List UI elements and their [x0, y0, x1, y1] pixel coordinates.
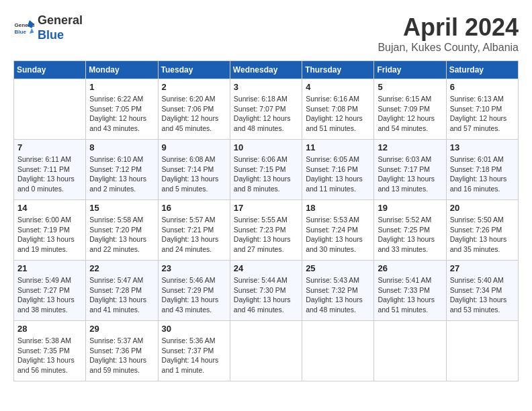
day-number: 4 — [306, 82, 370, 92]
day-number: 19 — [378, 203, 442, 213]
day-number: 16 — [162, 203, 226, 213]
day-number: 12 — [378, 142, 442, 152]
calendar-cell — [14, 79, 86, 140]
calendar-cell: 14Sunrise: 6:00 AM Sunset: 7:19 PM Dayli… — [14, 200, 86, 261]
day-number: 23 — [162, 263, 226, 273]
day-info: Sunrise: 5:55 AM Sunset: 7:23 PM Dayligh… — [234, 215, 298, 255]
calendar-cell: 19Sunrise: 5:52 AM Sunset: 7:25 PM Dayli… — [374, 200, 446, 261]
calendar-cell: 17Sunrise: 5:55 AM Sunset: 7:23 PM Dayli… — [230, 200, 302, 261]
day-info: Sunrise: 6:00 AM Sunset: 7:19 PM Dayligh… — [17, 215, 82, 255]
day-number: 2 — [162, 82, 226, 92]
day-number: 13 — [450, 142, 515, 152]
day-number: 30 — [162, 324, 226, 334]
calendar-title: April 2024 — [378, 13, 519, 42]
day-info: Sunrise: 6:22 AM Sunset: 7:05 PM Dayligh… — [89, 94, 154, 134]
calendar-cell: 29Sunrise: 5:37 AM Sunset: 7:36 PM Dayli… — [86, 321, 158, 381]
page-header: General Blue General Blue April 2024 Buj… — [13, 13, 519, 54]
day-number: 20 — [450, 203, 515, 213]
week-row-4: 21Sunrise: 5:49 AM Sunset: 7:27 PM Dayli… — [14, 261, 519, 321]
calendar-cell: 23Sunrise: 5:46 AM Sunset: 7:29 PM Dayli… — [158, 261, 230, 321]
calendar-cell: 28Sunrise: 5:38 AM Sunset: 7:35 PM Dayli… — [14, 321, 86, 381]
calendar-cell: 6Sunrise: 6:13 AM Sunset: 7:10 PM Daylig… — [446, 79, 518, 140]
day-info: Sunrise: 5:57 AM Sunset: 7:21 PM Dayligh… — [162, 215, 226, 255]
calendar-cell — [446, 321, 518, 381]
calendar-cell: 11Sunrise: 6:05 AM Sunset: 7:16 PM Dayli… — [302, 140, 374, 200]
calendar-cell: 13Sunrise: 6:01 AM Sunset: 7:18 PM Dayli… — [446, 140, 518, 200]
day-number: 6 — [450, 82, 515, 92]
calendar-cell: 18Sunrise: 5:53 AM Sunset: 7:24 PM Dayli… — [302, 200, 374, 261]
week-row-1: 1Sunrise: 6:22 AM Sunset: 7:05 PM Daylig… — [14, 79, 519, 140]
day-header-sunday: Sunday — [14, 61, 86, 79]
day-info: Sunrise: 5:44 AM Sunset: 7:30 PM Dayligh… — [234, 275, 298, 315]
calendar-cell: 22Sunrise: 5:47 AM Sunset: 7:28 PM Dayli… — [86, 261, 158, 321]
calendar-cell: 21Sunrise: 5:49 AM Sunset: 7:27 PM Dayli… — [14, 261, 86, 321]
day-info: Sunrise: 5:36 AM Sunset: 7:37 PM Dayligh… — [162, 336, 226, 375]
day-number: 10 — [234, 142, 298, 152]
day-info: Sunrise: 6:13 AM Sunset: 7:10 PM Dayligh… — [450, 94, 515, 134]
day-header-thursday: Thursday — [302, 61, 374, 79]
day-header-friday: Friday — [374, 61, 446, 79]
day-header-wednesday: Wednesday — [230, 61, 302, 79]
calendar-cell: 2Sunrise: 6:20 AM Sunset: 7:06 PM Daylig… — [158, 79, 230, 140]
calendar-cell: 10Sunrise: 6:06 AM Sunset: 7:15 PM Dayli… — [230, 140, 302, 200]
day-number: 8 — [89, 142, 154, 152]
calendar-cell: 24Sunrise: 5:44 AM Sunset: 7:30 PM Dayli… — [230, 261, 302, 321]
week-row-5: 28Sunrise: 5:38 AM Sunset: 7:35 PM Dayli… — [14, 321, 519, 381]
logo-icon: General Blue — [13, 17, 35, 39]
day-info: Sunrise: 6:15 AM Sunset: 7:09 PM Dayligh… — [378, 94, 442, 134]
svg-text:Blue: Blue — [15, 29, 27, 35]
day-info: Sunrise: 6:20 AM Sunset: 7:06 PM Dayligh… — [162, 94, 226, 134]
calendar-cell: 26Sunrise: 5:41 AM Sunset: 7:33 PM Dayli… — [374, 261, 446, 321]
day-number: 7 — [17, 142, 82, 152]
calendar-cell: 1Sunrise: 6:22 AM Sunset: 7:05 PM Daylig… — [86, 79, 158, 140]
day-number: 3 — [234, 82, 298, 92]
day-number: 25 — [306, 263, 370, 273]
day-number: 29 — [89, 324, 154, 334]
week-row-3: 14Sunrise: 6:00 AM Sunset: 7:19 PM Dayli… — [14, 200, 519, 261]
day-info: Sunrise: 6:06 AM Sunset: 7:15 PM Dayligh… — [234, 154, 298, 194]
day-number: 9 — [162, 142, 226, 152]
calendar-cell: 25Sunrise: 5:43 AM Sunset: 7:32 PM Dayli… — [302, 261, 374, 321]
calendar-table: SundayMondayTuesdayWednesdayThursdayFrid… — [13, 60, 519, 381]
title-block: April 2024 Bujan, Kukes County, Albania — [378, 13, 519, 54]
day-info: Sunrise: 5:46 AM Sunset: 7:29 PM Dayligh… — [162, 275, 226, 315]
calendar-cell: 9Sunrise: 6:08 AM Sunset: 7:14 PM Daylig… — [158, 140, 230, 200]
day-number: 17 — [234, 203, 298, 213]
day-info: Sunrise: 5:47 AM Sunset: 7:28 PM Dayligh… — [89, 275, 154, 315]
day-info: Sunrise: 5:38 AM Sunset: 7:35 PM Dayligh… — [17, 336, 82, 375]
logo: General Blue General Blue — [13, 13, 83, 42]
day-number: 15 — [89, 203, 154, 213]
calendar-cell — [374, 321, 446, 381]
day-info: Sunrise: 5:41 AM Sunset: 7:33 PM Dayligh… — [378, 275, 442, 315]
day-number: 18 — [306, 203, 370, 213]
calendar-cell: 7Sunrise: 6:11 AM Sunset: 7:11 PM Daylig… — [14, 140, 86, 200]
day-number: 28 — [17, 324, 82, 334]
day-number: 22 — [89, 263, 154, 273]
day-number: 27 — [450, 263, 515, 273]
day-number: 1 — [89, 82, 154, 92]
day-header-monday: Monday — [86, 61, 158, 79]
calendar-cell: 16Sunrise: 5:57 AM Sunset: 7:21 PM Dayli… — [158, 200, 230, 261]
calendar-cell: 5Sunrise: 6:15 AM Sunset: 7:09 PM Daylig… — [374, 79, 446, 140]
calendar-cell — [230, 321, 302, 381]
day-info: Sunrise: 6:03 AM Sunset: 7:17 PM Dayligh… — [378, 154, 442, 194]
calendar-cell: 3Sunrise: 6:18 AM Sunset: 7:07 PM Daylig… — [230, 79, 302, 140]
day-info: Sunrise: 5:43 AM Sunset: 7:32 PM Dayligh… — [306, 275, 370, 315]
day-info: Sunrise: 5:50 AM Sunset: 7:26 PM Dayligh… — [450, 215, 515, 255]
calendar-cell: 12Sunrise: 6:03 AM Sunset: 7:17 PM Dayli… — [374, 140, 446, 200]
calendar-cell: 30Sunrise: 5:36 AM Sunset: 7:37 PM Dayli… — [158, 321, 230, 381]
day-info: Sunrise: 5:37 AM Sunset: 7:36 PM Dayligh… — [89, 336, 154, 375]
day-info: Sunrise: 5:58 AM Sunset: 7:20 PM Dayligh… — [89, 215, 154, 255]
calendar-cell: 20Sunrise: 5:50 AM Sunset: 7:26 PM Dayli… — [446, 200, 518, 261]
calendar-cell: 15Sunrise: 5:58 AM Sunset: 7:20 PM Dayli… — [86, 200, 158, 261]
day-number: 24 — [234, 263, 298, 273]
logo-text: General Blue — [38, 13, 83, 42]
calendar-location: Bujan, Kukes County, Albania — [378, 42, 519, 54]
day-info: Sunrise: 5:49 AM Sunset: 7:27 PM Dayligh… — [17, 275, 82, 315]
calendar-cell: 27Sunrise: 5:40 AM Sunset: 7:34 PM Dayli… — [446, 261, 518, 321]
day-number: 26 — [378, 263, 442, 273]
day-number: 11 — [306, 142, 370, 152]
day-number: 14 — [17, 203, 82, 213]
week-row-2: 7Sunrise: 6:11 AM Sunset: 7:11 PM Daylig… — [14, 140, 519, 200]
day-info: Sunrise: 6:16 AM Sunset: 7:08 PM Dayligh… — [306, 94, 370, 134]
